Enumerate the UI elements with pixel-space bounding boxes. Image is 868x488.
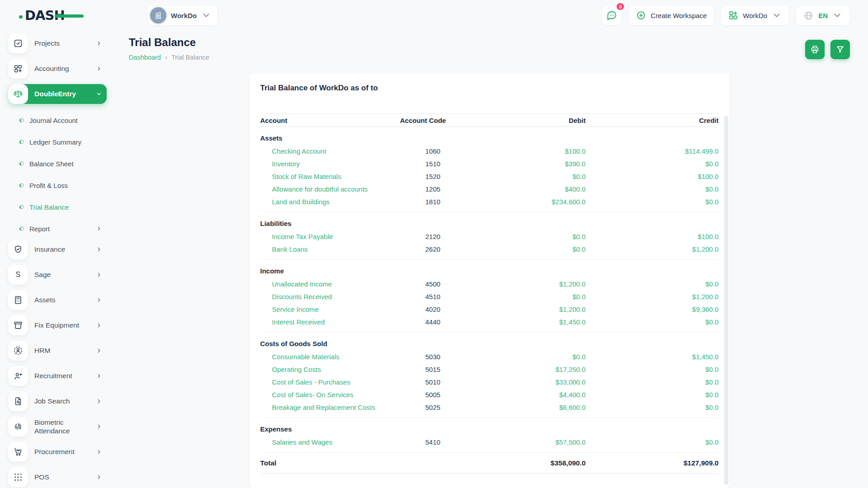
account-link[interactable]: Bank Loans xyxy=(260,245,400,253)
table-row: Breakage and Replacement Costs5025$6,600… xyxy=(260,401,719,413)
debit-value: $0.0 xyxy=(512,173,585,180)
sidebar-subitem-journal-account[interactable]: Journal Account xyxy=(8,109,107,131)
filter-icon xyxy=(835,45,845,54)
chevron-right-icon xyxy=(96,246,107,253)
debit-value: $1,450.0 xyxy=(512,318,585,326)
credit-value: $0.0 xyxy=(585,391,718,399)
sidebar-item-procurement[interactable]: Procurement xyxy=(8,442,107,462)
chevron-down-icon xyxy=(201,10,211,20)
credit-value: $100.0 xyxy=(585,173,718,180)
credit-value: $0.0 xyxy=(585,185,718,193)
table-section-income: IncomeUnallocated Income4500$1,200.0$0.0… xyxy=(260,260,719,333)
language-dropdown[interactable]: EN xyxy=(796,5,850,26)
total-debit: $358,090.0 xyxy=(512,459,585,467)
account-code: 1810 xyxy=(400,198,512,206)
debit-value: $33,000.0 xyxy=(512,378,585,386)
sidebar-item-hrm[interactable]: HRM xyxy=(8,341,107,361)
sidebar-item-pos[interactable]: POS xyxy=(8,467,107,487)
account-link[interactable]: Inventory xyxy=(260,160,400,168)
printer-icon xyxy=(810,45,820,54)
account-link[interactable]: Consumable Materials xyxy=(260,353,400,361)
account-link[interactable]: Breakage and Replacement Costs xyxy=(260,404,400,411)
total-row: Total $358,090.0 $127,909.0 xyxy=(260,453,719,474)
breadcrumb-dashboard-link[interactable]: Dashboard xyxy=(129,54,161,61)
sidebar-subitem-report[interactable]: Report xyxy=(8,218,107,239)
workspace-name: WorkDo xyxy=(171,12,197,19)
trial-balance-card: Trial Balance of WorkDo as of to Account… xyxy=(250,73,730,488)
workspace-dropdown[interactable]: WorkDo xyxy=(721,5,789,26)
create-workspace-button[interactable]: Create Workspace xyxy=(628,5,714,26)
table-row: Allowance for doubtful accounts1205$400.… xyxy=(260,183,719,195)
account-link[interactable]: Land and Buildings xyxy=(260,198,400,206)
section-name: Assets xyxy=(260,134,400,142)
messages-button[interactable]: 0 xyxy=(601,5,622,26)
bullet-icon xyxy=(19,205,24,209)
card-scrollbar[interactable] xyxy=(724,116,728,485)
account-link[interactable]: Unallocated Income xyxy=(260,280,400,288)
sidebar-subitem-profit-loss[interactable]: Profit & Loss xyxy=(8,174,107,196)
account-link[interactable]: Discounts Received xyxy=(260,293,400,300)
bullet-icon xyxy=(19,161,24,166)
account-link[interactable]: Allowance for doubtful accounts xyxy=(260,185,400,193)
sidebar-subitem-label: Report xyxy=(29,225,90,233)
section-name: Expenses xyxy=(260,425,400,433)
section-name: Costs of Goods Sold xyxy=(260,340,400,347)
sidebar-subitem-balance-sheet[interactable]: Balance Sheet xyxy=(8,153,107,174)
table-row: Unallocated Income4500$1,200.0$0.0 xyxy=(260,277,719,290)
account-code: 5410 xyxy=(400,438,512,446)
breadcrumb-current: Trial Balance xyxy=(171,54,209,61)
account-link[interactable]: Salaries and Wages xyxy=(260,438,400,446)
sidebar-subitem-trial-balance[interactable]: Trial Balance xyxy=(8,196,107,218)
filter-button[interactable] xyxy=(830,40,850,59)
account-link[interactable]: Service Income xyxy=(260,305,400,313)
sidebar-item-projects[interactable]: Projects xyxy=(8,33,107,53)
account-link[interactable]: Interest Received xyxy=(260,318,400,326)
sidebar-item-insurance[interactable]: Insurance xyxy=(8,239,107,259)
chevron-right-icon xyxy=(96,474,107,480)
account-link[interactable]: Income Tax Payable xyxy=(260,233,400,240)
account-code: 1205 xyxy=(400,185,512,193)
debit-value: $0.0 xyxy=(512,233,585,240)
debit-value: $100.0 xyxy=(512,147,585,155)
biometric-attendance-icon xyxy=(8,417,28,436)
sidebar-item-biometric-attendance[interactable]: Biometric Attendance xyxy=(8,417,107,436)
account-link[interactable]: Cost of Sales- On Services xyxy=(260,391,400,399)
print-button[interactable] xyxy=(805,40,825,59)
sidebar-item-assets[interactable]: Assets xyxy=(8,290,107,310)
credit-value: $100.0 xyxy=(585,233,718,240)
sidebar-item-accounting[interactable]: Accounting xyxy=(8,59,107,79)
sidebar-item-label: Assets xyxy=(34,296,90,304)
card-title: Trial Balance of WorkDo as of to xyxy=(260,84,719,93)
sidebar-item-sage[interactable]: SSage xyxy=(8,265,107,285)
sidebar-item-label: HRM xyxy=(34,346,90,355)
sidebar-item-recruitment[interactable]: Recruitment xyxy=(8,366,107,386)
account-code: 1510 xyxy=(400,160,512,168)
table-row: Interest Received4440$1,450.0$0.0 xyxy=(260,315,719,328)
account-link[interactable]: Operating Costs xyxy=(260,366,400,373)
sidebar-item-doubleentry[interactable]: DoubleEntry xyxy=(8,84,107,104)
sidebar-item-fix-equipment[interactable]: Fix Equipment xyxy=(8,315,107,335)
account-link[interactable]: Stock of Raw Materials xyxy=(260,173,400,180)
table-section-expenses: ExpensesSalaries and Wages5410$57,500.0$… xyxy=(260,418,719,453)
globe-icon xyxy=(803,10,814,21)
sidebar-item-label: Job Search xyxy=(34,397,90,405)
svg-text:S: S xyxy=(16,271,20,278)
account-link[interactable]: Checking Account xyxy=(260,147,400,155)
chevron-down-icon xyxy=(772,10,782,20)
sidebar-subitem-ledger-summary[interactable]: Ledger Summary xyxy=(8,131,107,153)
sidebar-item-job-search[interactable]: Job Search xyxy=(8,391,107,411)
account-code: 5010 xyxy=(400,378,512,386)
workspace-switcher[interactable]: WorkDo xyxy=(147,5,218,26)
account-link[interactable]: Cost of Sales - Purchases xyxy=(260,378,400,386)
col-header-account: Account xyxy=(260,117,400,124)
credit-value: $0.0 xyxy=(585,198,718,206)
credit-value: $114,499.0 xyxy=(585,147,718,155)
chevron-right-icon xyxy=(96,66,107,72)
table-row: Cost of Sales - Purchases5010$33,000.0$0… xyxy=(260,375,719,388)
account-code: 5005 xyxy=(400,391,512,399)
credit-value: $0.0 xyxy=(585,438,718,446)
breadcrumb-separator: › xyxy=(165,53,167,61)
table-header-row: Account Account Code Debit Credit xyxy=(260,113,719,127)
account-code: 4020 xyxy=(400,305,512,313)
table-section-assets: AssetsChecking Account1060$100.0$114,499… xyxy=(260,127,719,212)
